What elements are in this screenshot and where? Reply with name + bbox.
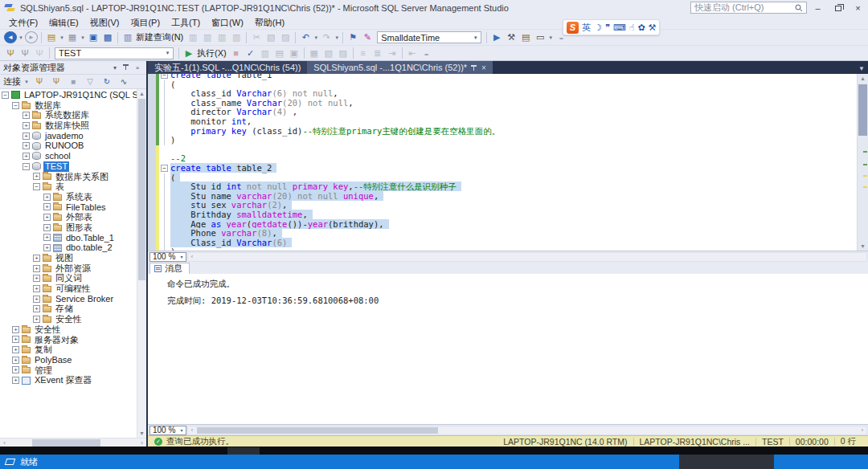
scroll-up-icon[interactable]: ▲ bbox=[137, 89, 146, 98]
tree-horizontal-scrollbar[interactable]: ‹ › bbox=[0, 438, 146, 447]
indent-button[interactable]: ⇥ bbox=[386, 47, 399, 59]
template-combo[interactable]: SmalldateTime▾ bbox=[377, 31, 481, 43]
tree-item-表[interactable]: −表 bbox=[33, 181, 146, 192]
tree-item-PolyBase[interactable]: +PolyBase bbox=[12, 355, 146, 365]
intellisense-button[interactable]: ▤ bbox=[273, 47, 286, 59]
editor-zoom-combo[interactable]: 100 % ▾ bbox=[149, 252, 186, 262]
menu-item-0[interactable]: 文件(F) bbox=[3, 16, 43, 29]
tree-item-系统表[interactable]: +系统表 bbox=[43, 192, 146, 202]
solution-explorer-icon[interactable]: ⚑ bbox=[346, 31, 359, 44]
activity-monitor-icon[interactable]: ✎ bbox=[361, 31, 374, 44]
ime-punctuation-icon[interactable]: ❞ bbox=[605, 20, 610, 35]
disconnect-button[interactable]: Ψ bbox=[18, 47, 31, 59]
open-file-dropdown[interactable]: ▾ bbox=[80, 35, 86, 41]
tree-item-管理[interactable]: +管理 bbox=[12, 365, 146, 376]
tree-item-RUNOOB[interactable]: +RUNOOB bbox=[23, 141, 146, 151]
dmx-query-button[interactable]: ▥ bbox=[215, 31, 228, 44]
expand-icon[interactable]: + bbox=[33, 265, 40, 272]
chevron-down-icon[interactable]: ▾ bbox=[162, 50, 173, 56]
new-query-button-group[interactable]: ▥新建查询(N) bbox=[121, 31, 186, 44]
tree-item-外部资源[interactable]: +外部资源 bbox=[33, 263, 146, 274]
close-button[interactable]: × bbox=[848, 0, 868, 16]
tree-hscroll-thumb[interactable] bbox=[32, 439, 100, 447]
expand-icon[interactable]: + bbox=[33, 285, 40, 292]
oe-refresh-icon[interactable]: ↻ bbox=[100, 75, 113, 88]
tree-item-数据库关系图[interactable]: +数据库关系图 bbox=[33, 172, 146, 182]
oe-activity-icon[interactable]: ∿ bbox=[117, 75, 130, 88]
collapse-region-icon[interactable]: − bbox=[161, 165, 168, 172]
expand-icon[interactable]: + bbox=[43, 224, 51, 231]
tree-item-LAPTOP-JR91Q1NC (SQL Server 14.0[interactable]: −LAPTOP-JR91Q1NC (SQL Server 14.0 bbox=[2, 90, 146, 100]
comment-button[interactable]: ≡ bbox=[357, 47, 370, 59]
expand-icon[interactable]: + bbox=[12, 336, 19, 343]
expand-icon[interactable]: + bbox=[33, 275, 40, 282]
toolbar2-options-button[interactable]: ₌ bbox=[420, 47, 433, 59]
ime-keyboard-icon[interactable]: ⌨ bbox=[613, 20, 626, 35]
quick-launch-input[interactable]: 快速启动 (Ctrl+Q) bbox=[690, 2, 807, 14]
results-zoom-combo[interactable]: 100 % ▾ bbox=[149, 426, 186, 435]
tree-item-安全性[interactable]: +安全性 bbox=[12, 324, 146, 335]
scroll-up-icon[interactable]: ▲ bbox=[858, 74, 868, 83]
tree-item-数据库[interactable]: −数据库 bbox=[12, 100, 146, 111]
expand-icon[interactable]: + bbox=[23, 112, 30, 119]
toolbox-icon[interactable]: ▤ bbox=[519, 31, 532, 44]
collapse-region-icon[interactable]: − bbox=[161, 74, 168, 79]
sogou-logo-icon[interactable]: S bbox=[567, 22, 579, 34]
expand-icon[interactable]: + bbox=[33, 305, 40, 312]
scroll-left-icon[interactable]: ‹ bbox=[188, 426, 196, 434]
collapse-icon[interactable]: − bbox=[23, 163, 30, 170]
oe-filter-icon[interactable]: ▽ bbox=[84, 75, 96, 88]
expand-icon[interactable]: + bbox=[43, 234, 51, 241]
parse-button[interactable]: ✓ bbox=[244, 47, 257, 59]
tree-vertical-scrollbar[interactable]: ▲ ▼ bbox=[137, 89, 146, 438]
connect-dropdown-caret[interactable]: ▾ bbox=[23, 79, 30, 85]
new-query-button[interactable]: ▥ bbox=[121, 31, 134, 44]
scroll-down-icon[interactable]: ▼ bbox=[137, 429, 146, 438]
wrench-icon[interactable]: ⚒ bbox=[505, 31, 518, 44]
ime-handwriting-icon[interactable]: ☝ bbox=[629, 20, 635, 35]
xmla-query-button[interactable]: ▥ bbox=[230, 31, 243, 44]
tab-scroll-down-icon[interactable]: ▼ bbox=[858, 65, 865, 72]
scroll-right-icon[interactable]: › bbox=[858, 426, 866, 434]
database-diagram-button[interactable]: ▶ bbox=[490, 31, 503, 44]
ime-toolbox-icon[interactable]: ⚒ bbox=[649, 20, 657, 35]
tree-scroll-thumb[interactable] bbox=[138, 99, 145, 280]
menu-item-6[interactable]: 帮助(H) bbox=[249, 16, 290, 29]
live-stats-button[interactable]: ▧ bbox=[322, 47, 335, 59]
ime-moon-icon[interactable]: ☽ bbox=[594, 20, 602, 35]
undo-button[interactable]: ↶ bbox=[299, 31, 312, 44]
tree-item-复制[interactable]: +复制 bbox=[12, 345, 146, 355]
execute-button-group[interactable]: ▶执行(X) bbox=[182, 47, 229, 59]
expand-icon[interactable]: + bbox=[33, 296, 40, 303]
tree-item-TEST[interactable]: −TEST bbox=[23, 161, 146, 172]
tree-item-存储[interactable]: +存储 bbox=[33, 304, 146, 314]
cancel-query-button[interactable]: ■ bbox=[230, 47, 243, 59]
undo-dropdown[interactable]: ▾ bbox=[313, 35, 319, 41]
query-options-button[interactable]: ▥ bbox=[259, 47, 272, 59]
restore-button[interactable] bbox=[828, 0, 848, 16]
close-tab-icon[interactable]: × bbox=[481, 63, 486, 72]
expand-icon[interactable]: + bbox=[43, 203, 51, 210]
expand-icon[interactable]: + bbox=[12, 366, 19, 373]
expand-icon[interactable]: + bbox=[43, 214, 51, 221]
paste-button[interactable]: ▨ bbox=[279, 31, 292, 44]
command-window-dropdown[interactable]: ▾ bbox=[547, 35, 554, 41]
scroll-down-icon[interactable]: ▼ bbox=[858, 242, 868, 251]
oe-disconnect-icon[interactable]: Ψ bbox=[50, 75, 63, 88]
expand-icon[interactable]: + bbox=[33, 316, 40, 323]
oe-connect-icon[interactable]: Ψ bbox=[33, 75, 46, 88]
results-horizontal-scrollbar[interactable]: ‹ › bbox=[187, 426, 867, 435]
uncomment-button[interactable]: ≣ bbox=[371, 47, 384, 59]
outdent-button[interactable]: ⇤ bbox=[406, 47, 419, 59]
menu-item-1[interactable]: 编辑(E) bbox=[43, 16, 84, 29]
tree-item-dbo.table_2[interactable]: +dbo.table_2 bbox=[43, 243, 146, 253]
expand-icon[interactable]: + bbox=[43, 244, 51, 251]
collapse-icon[interactable]: − bbox=[2, 92, 9, 99]
menu-item-3[interactable]: 项目(P) bbox=[125, 16, 166, 29]
expand-icon[interactable]: + bbox=[12, 346, 19, 353]
editor-horizontal-scrollbar[interactable]: ‹ bbox=[187, 252, 867, 262]
tree-item-服务器对象[interactable]: +服务器对象 bbox=[12, 335, 146, 345]
new-project-button[interactable]: ▤ bbox=[45, 31, 58, 44]
expand-icon[interactable]: + bbox=[33, 173, 40, 180]
expand-icon[interactable]: + bbox=[43, 194, 51, 201]
